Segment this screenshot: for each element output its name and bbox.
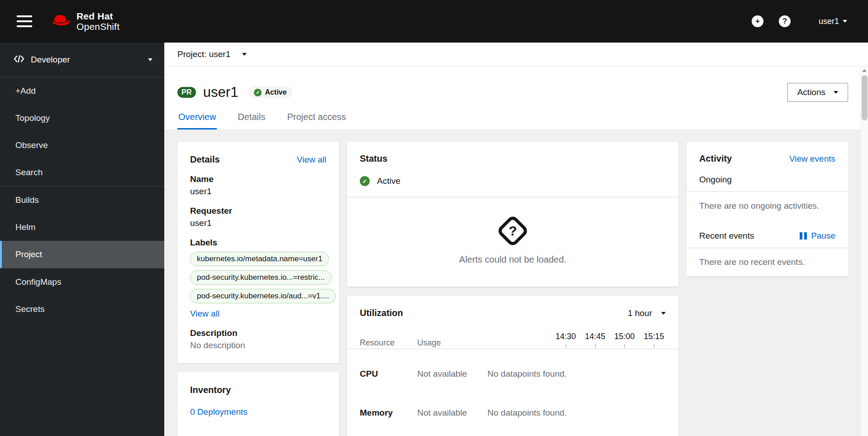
description-field-value: No description (190, 340, 326, 350)
inventory-card: Inventory 0 Deployments (177, 372, 339, 436)
tick-mark (566, 344, 566, 348)
scrollbar[interactable] (860, 67, 868, 436)
resource-name: Memory (360, 408, 417, 418)
details-card-title: Details (190, 154, 220, 165)
label-chip[interactable]: pod-security.kubernetes.io...=restric... (190, 270, 332, 285)
recent-events-empty-message: There are no recent events. (687, 248, 848, 276)
pause-icon (800, 232, 807, 240)
hamburger-menu-button[interactable] (17, 15, 32, 27)
tick-mark (654, 344, 654, 348)
sidebar-item-search[interactable]: Search (0, 159, 164, 186)
middle-column: Status ✓ Active ? Alerts could not be lo… (347, 142, 678, 436)
ongoing-empty-message: There are no ongoing activities. (687, 192, 848, 220)
sidebar-item-observe[interactable]: Observe (0, 132, 164, 159)
actions-dropdown-button[interactable]: Actions (787, 83, 848, 102)
details-card: Details View all Name user1 Requester us… (177, 142, 339, 363)
scroll-up-button[interactable] (861, 67, 868, 74)
hamburger-bar (17, 25, 32, 27)
triangle-up-icon (862, 69, 867, 72)
perspective-label: Developer (31, 55, 70, 65)
help-button[interactable]: ? (779, 15, 791, 27)
deployments-link[interactable]: 0 Deployments (190, 407, 248, 417)
code-icon (14, 55, 24, 65)
time-tick-label: 14:30 (555, 332, 576, 341)
nav-group: +Add Topology Observe Search (0, 77, 164, 186)
status-card: Status ✓ Active ? Alerts could not be lo… (347, 142, 678, 287)
divider (347, 349, 678, 349)
usage-value: Not available (417, 369, 487, 379)
time-tick: 15:15 (642, 332, 666, 348)
resource-column-header: Resource (360, 338, 417, 348)
sidebar-nav: Developer +Add Topology Observe Search B… (0, 43, 164, 436)
view-events-link[interactable]: View events (789, 154, 835, 164)
utilization-header-row: Resource Usage 14:30 14:45 15:00 15:15 (347, 332, 678, 348)
username-label: user1 (819, 17, 839, 26)
quick-create-button[interactable]: + (752, 15, 763, 27)
tab-project-access[interactable]: Project access (286, 105, 347, 129)
tab-details[interactable]: Details (237, 105, 266, 129)
details-view-all-link[interactable]: View all (297, 155, 326, 165)
page-header: PR user1 ✓ Active Actions (164, 67, 860, 105)
chevron-down-icon (148, 58, 153, 61)
time-tick: 15:00 (613, 332, 636, 348)
scrollbar-thumb[interactable] (862, 75, 868, 120)
brand-line2: OpenShift (76, 21, 119, 32)
ongoing-label: Ongoing (699, 175, 732, 185)
time-tick-label: 15:15 (644, 332, 664, 341)
alerts-empty-state: ? Alerts could not be loaded. (347, 197, 678, 287)
time-axis: 14:30 14:45 15:00 15:15 (487, 332, 666, 348)
user-menu-dropdown[interactable]: user1 (819, 17, 847, 26)
chevron-down-icon (661, 312, 666, 315)
sidebar-item-add[interactable]: +Add (0, 77, 164, 105)
description-field-label: Description (190, 328, 326, 338)
recent-events-label: Recent events (699, 231, 754, 241)
name-field-label: Name (190, 174, 326, 184)
ongoing-section-header: Ongoing (687, 175, 848, 185)
status-badge: ✓ Active (248, 86, 292, 98)
plus-circle-icon: + (755, 17, 760, 26)
labels-view-all-link[interactable]: View all (190, 309, 219, 319)
inventory-card-title: Inventory (190, 385, 326, 395)
hamburger-bar (17, 20, 32, 22)
utilization-row-cpu: CPU Not available No datapoints found. (347, 369, 678, 379)
tab-bar: Overview Details Project access (164, 105, 860, 130)
project-resource-badge: PR (177, 87, 196, 98)
project-status-row: ✓ Active (360, 176, 666, 186)
time-tick: 14:45 (583, 332, 607, 348)
question-glyph: ? (509, 223, 517, 239)
sidebar-item-topology[interactable]: Topology (0, 105, 164, 132)
nav-group: Builds Helm Project (0, 187, 164, 268)
left-column: Details View all Name user1 Requester us… (177, 142, 339, 436)
masthead: Red Hat OpenShift + ? user1 (0, 0, 868, 43)
pause-events-button[interactable]: Pause (800, 231, 835, 241)
main-content: Project: user1 PR user1 ✓ Active Actions (164, 43, 868, 436)
tick-mark (595, 344, 596, 348)
activity-card: Activity View events Ongoing There are n… (687, 142, 848, 276)
labels-field-label: Labels (190, 238, 326, 248)
chart-empty-message: No datapoints found. (487, 369, 666, 379)
hamburger-bar (17, 15, 32, 17)
masthead-toolbar: + ? user1 (752, 15, 847, 27)
name-field-value: user1 (190, 187, 326, 196)
sidebar-item-helm[interactable]: Helm (0, 214, 164, 241)
project-bar: Project: user1 (164, 43, 868, 66)
label-chip-list: kubernetes.io/metadata.name=user1 pod-se… (190, 252, 326, 303)
help-icon: ? (782, 17, 787, 26)
tick-mark (625, 344, 625, 348)
page-title: user1 (203, 84, 238, 101)
label-chip[interactable]: kubernetes.io/metadata.name=user1 (190, 252, 329, 266)
brand-name: Red Hat OpenShift (76, 11, 119, 32)
tab-overview[interactable]: Overview (177, 105, 217, 129)
brand-logo[interactable]: Red Hat OpenShift (49, 11, 119, 32)
sidebar-item-builds[interactable]: Builds (0, 187, 164, 214)
sidebar-item-configmaps[interactable]: ConfigMaps (0, 268, 164, 296)
perspective-switcher[interactable]: Developer (0, 43, 164, 77)
chevron-down-icon (834, 91, 838, 94)
sidebar-item-secrets[interactable]: Secrets (0, 296, 164, 323)
duration-dropdown[interactable]: 1 hour (628, 308, 666, 318)
label-chip[interactable]: pod-security.kubernetes.io/aud...=v1.... (190, 289, 336, 303)
resource-name: CPU (360, 369, 417, 379)
project-selector-dropdown[interactable]: Project: user1 (177, 49, 247, 59)
chevron-down-icon (242, 53, 247, 56)
sidebar-item-project[interactable]: Project (0, 241, 164, 268)
